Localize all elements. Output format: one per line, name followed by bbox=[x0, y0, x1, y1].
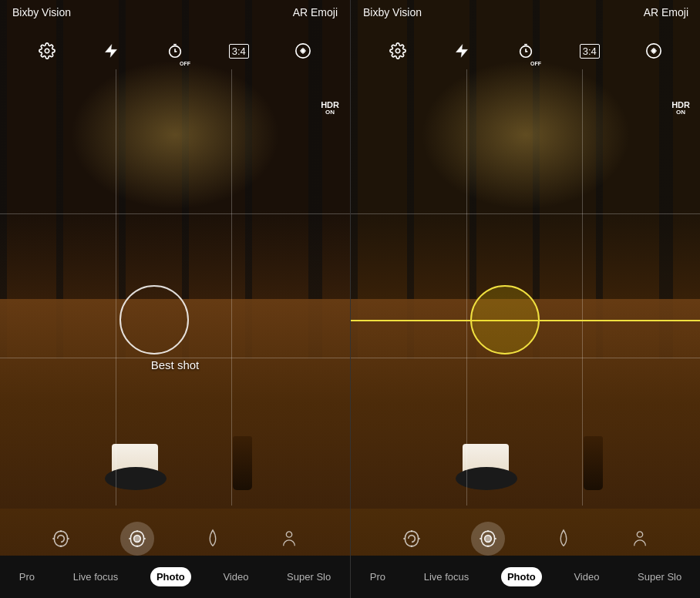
single-frame-btn-left[interactable] bbox=[120, 522, 154, 556]
bixby-vision-btn-right[interactable]: Bixby Vision bbox=[363, 6, 422, 18]
ar-emoji-btn-left[interactable]: AR Emoji bbox=[293, 6, 338, 18]
mode-video-right[interactable]: Video bbox=[567, 567, 605, 586]
ratio-btn-right[interactable]: 3:4 bbox=[576, 37, 604, 65]
multi-frame-btn-left[interactable] bbox=[44, 522, 78, 556]
svg-point-10 bbox=[133, 536, 140, 543]
mode-superslo-right[interactable]: Super Slo bbox=[631, 567, 688, 586]
vase bbox=[233, 436, 252, 490]
mode-livefocus-right[interactable]: Live focus bbox=[418, 567, 476, 586]
focus-circle-left[interactable] bbox=[119, 285, 189, 354]
effect-btn-right[interactable] bbox=[640, 37, 668, 65]
camera-panel-left: Bixby Vision AR Emoji OFF 3:4 bbox=[0, 0, 350, 598]
vase-right bbox=[584, 436, 603, 490]
icons-row-left: OFF 3:4 bbox=[0, 31, 350, 71]
svg-point-12 bbox=[396, 49, 401, 53]
ceiling-light-right bbox=[421, 60, 631, 210]
mode-pro-left[interactable]: Pro bbox=[13, 567, 41, 586]
blur-btn-right[interactable] bbox=[547, 522, 581, 556]
blur-btn-left[interactable] bbox=[196, 522, 230, 556]
bottom-controls-right bbox=[351, 522, 700, 556]
mode-pro-right[interactable]: Pro bbox=[364, 567, 392, 586]
camera-panel-right: Bixby Vision AR Emoji OFF 3:4 bbox=[351, 0, 700, 598]
mode-livefocus-left[interactable]: Live focus bbox=[67, 567, 125, 586]
single-frame-btn-right[interactable] bbox=[471, 522, 505, 556]
mode-superslo-left[interactable]: Super Slo bbox=[281, 567, 337, 586]
focus-circle-right[interactable] bbox=[470, 285, 540, 354]
svg-point-22 bbox=[637, 532, 642, 537]
icons-row-right: OFF 3:4 bbox=[351, 31, 700, 71]
svg-point-21 bbox=[484, 536, 491, 543]
ratio-btn-left[interactable]: 3:4 bbox=[225, 37, 253, 65]
flash-btn-left[interactable] bbox=[97, 37, 125, 65]
svg-point-0 bbox=[45, 49, 50, 53]
ar-emoji-btn-right[interactable]: AR Emoji bbox=[644, 6, 688, 18]
top-bar-right: Bixby Vision AR Emoji bbox=[351, 0, 700, 25]
hdr-badge-left: HDR ON bbox=[321, 100, 339, 116]
timer-btn-right[interactable]: OFF bbox=[512, 37, 540, 65]
settings-btn-left[interactable] bbox=[33, 37, 61, 65]
mode-video-left[interactable]: Video bbox=[217, 567, 254, 586]
best-shot-label: Best shot bbox=[151, 358, 200, 371]
svg-point-11 bbox=[286, 532, 291, 537]
hdr-badge-right: HDR ON bbox=[671, 100, 690, 116]
multi-frame-btn-right[interactable] bbox=[395, 522, 429, 556]
bixby-vision-btn-left[interactable]: Bixby Vision bbox=[12, 6, 71, 18]
mode-bar-left: Pro Live focus Photo Video Super Slo bbox=[0, 556, 350, 598]
timer-btn-left[interactable]: OFF bbox=[161, 37, 189, 65]
svg-marker-13 bbox=[456, 45, 468, 58]
flash-btn-right[interactable] bbox=[448, 37, 476, 65]
bottom-controls-left bbox=[0, 522, 350, 556]
portrait-btn-right[interactable] bbox=[623, 522, 657, 556]
mode-photo-left[interactable]: Photo bbox=[150, 567, 191, 586]
portrait-btn-left[interactable] bbox=[272, 522, 306, 556]
mode-photo-right[interactable]: Photo bbox=[501, 567, 542, 586]
top-bar-left: Bixby Vision AR Emoji bbox=[0, 0, 350, 25]
effect-btn-left[interactable] bbox=[289, 37, 317, 65]
svg-marker-1 bbox=[106, 45, 117, 58]
mode-bar-right: Pro Live focus Photo Video Super Slo bbox=[351, 556, 700, 598]
ceiling-light bbox=[70, 60, 280, 210]
settings-btn-right[interactable] bbox=[384, 37, 412, 65]
